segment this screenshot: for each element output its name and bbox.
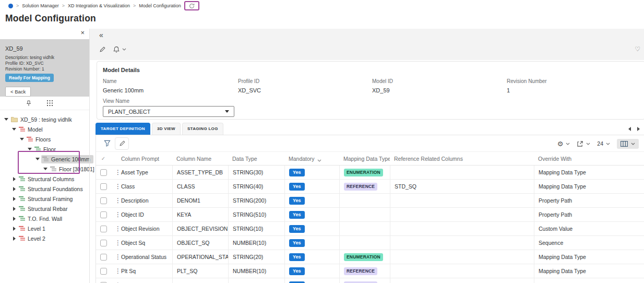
tree-item[interactable]: Floor [301801] (0, 164, 89, 174)
breadcrumb-item[interactable]: Model Configuration (139, 3, 181, 8)
chevron-right-icon[interactable] (10, 227, 18, 231)
tree-item[interactable]: T.O. Fnd. Wall (0, 214, 89, 223)
header-override-with[interactable]: Override With (534, 152, 644, 165)
chevron-right-icon[interactable] (10, 237, 18, 241)
checkbox[interactable] (100, 183, 107, 190)
filter-icon[interactable] (104, 140, 111, 147)
row-checkbox-cell (96, 236, 111, 250)
tree-item[interactable]: Structural Framing (0, 194, 89, 204)
chevron-down-icon[interactable] (18, 138, 26, 140)
export-menu[interactable] (577, 140, 590, 147)
tree-item[interactable]: Floors (0, 134, 89, 144)
chevron-down-icon[interactable] (42, 168, 49, 170)
scroll-right-icon[interactable] (637, 127, 640, 131)
tab-3d-view[interactable]: 3D VIEW (152, 123, 181, 135)
cell-column-prompt: Class (120, 180, 172, 193)
cell-column-name: PLT_SQ (172, 264, 228, 278)
checkbox[interactable] (100, 240, 107, 246)
overflow-menu-icon[interactable]: ⋮ (115, 169, 120, 175)
chevron-down-icon[interactable] (10, 128, 18, 131)
overflow-menu-icon[interactable]: ⋮ (115, 183, 120, 190)
checkbox[interactable] (100, 226, 107, 232)
row-checkbox-cell (96, 278, 111, 283)
tab-target-definition[interactable]: TARGET DEFINITION (96, 123, 150, 135)
tree-item[interactable]: Structural Rebar (0, 204, 89, 214)
info-line-value: XD_SVC (25, 61, 43, 66)
select-all-checkbox[interactable]: ✓ (96, 152, 111, 165)
refresh-icon[interactable] (189, 3, 195, 9)
close-icon[interactable]: × (80, 29, 85, 36)
header-mandatory[interactable]: Mandatory (284, 152, 339, 165)
view-name-select[interactable]: PLANT_OBJECT (103, 106, 234, 117)
cell-mandatory: Yes (284, 250, 339, 264)
overflow-menu-icon[interactable]: ⋮ (115, 268, 120, 274)
chevron-right-icon[interactable] (10, 177, 18, 181)
view-mode-button[interactable] (617, 139, 639, 149)
overflow-menu-icon[interactable]: ⋮ (115, 197, 120, 204)
layers-icon (19, 226, 25, 231)
collapse-panel-icon[interactable]: « (99, 31, 103, 39)
edit-icon[interactable] (99, 46, 105, 53)
chevron-down-icon[interactable] (26, 148, 33, 150)
header-column-prompt[interactable]: Column Prompt (120, 152, 172, 165)
tree-item[interactable]: Level 1 (0, 223, 89, 233)
breadcrumb-item[interactable]: XD Integration & Visualization (68, 3, 130, 8)
header-spacer-cell (111, 152, 120, 165)
tree-item[interactable]: Floor (0, 144, 89, 154)
checkbox[interactable] (100, 211, 107, 218)
tree-item-label: Level 2 (28, 235, 45, 242)
cell-column-name: DENOM1 (172, 194, 228, 207)
chevron-right-icon[interactable] (10, 197, 18, 201)
apps-grid-icon[interactable] (47, 100, 53, 106)
tree-item[interactable]: Level 2 (0, 233, 89, 243)
main-toolbar-band: « ♡ (90, 29, 644, 60)
header-label: Override With (538, 156, 571, 162)
info-line-value: 1 (41, 66, 44, 72)
cell-reference-related-columns (390, 264, 534, 278)
edit-columns-button[interactable] (115, 137, 129, 150)
sort-chevron-icon[interactable] (317, 159, 321, 162)
header-column-name[interactable]: Column Name (172, 152, 228, 165)
page-size-value: 24 (597, 140, 603, 147)
header-mapping-data-type[interactable]: Mapping Data Type (339, 152, 390, 165)
checkbox[interactable] (100, 268, 107, 275)
tab-staging-log[interactable]: STAGING LOG (182, 123, 223, 135)
tree-item[interactable]: Structural Columns (0, 174, 89, 184)
pin-icon[interactable] (26, 100, 31, 107)
checkbox[interactable] (100, 254, 107, 261)
tree-item[interactable]: Model (0, 124, 89, 134)
overflow-menu-icon[interactable]: ⋮ (115, 254, 120, 260)
breadcrumb-item[interactable]: Solution Manager (22, 3, 59, 8)
mandatory-badge: Yes (289, 253, 305, 261)
header-reference-related-columns[interactable]: Reference Related Columns (390, 152, 534, 165)
chevron-right-icon[interactable] (10, 217, 18, 221)
tab-scroll-arrows (628, 127, 640, 131)
overflow-menu-icon[interactable]: ⋮ (115, 226, 120, 232)
overflow-menu-icon[interactable]: ⋮ (115, 211, 120, 218)
scroll-left-icon[interactable] (628, 127, 631, 131)
overflow-menu-icon[interactable]: ⋮ (115, 240, 120, 246)
checkbox[interactable] (100, 169, 107, 176)
chevron-right-icon[interactable] (10, 187, 18, 191)
back-button[interactable]: < Back (5, 87, 31, 97)
checkbox[interactable] (100, 197, 107, 204)
chevron-down-icon[interactable] (3, 118, 10, 121)
chevron-down-icon[interactable] (34, 158, 41, 160)
breadcrumb-separator: > (62, 3, 65, 8)
layers-icon (19, 186, 25, 192)
tree-item[interactable]: Generic 100mm (0, 154, 89, 164)
cell-mandatory: Yes (284, 278, 339, 283)
favorite-heart-icon[interactable]: ♡ (635, 45, 640, 53)
cell-data-type: STRING(200) (228, 194, 284, 207)
detail-field: NameGeneric 100mm (103, 78, 238, 93)
tree-item[interactable]: XD_59 : tesing vidhlk (0, 114, 89, 124)
notifications-menu[interactable] (113, 46, 126, 53)
page-size-menu[interactable]: 24 (597, 140, 610, 147)
settings-menu[interactable]: ⚙ (557, 140, 570, 147)
field-label: Model ID (372, 78, 507, 84)
header-data-type[interactable]: Data Type (228, 152, 284, 165)
logo-dot-icon[interactable] (8, 4, 13, 8)
tree-item-label: Model (28, 126, 43, 133)
chevron-right-icon[interactable] (10, 207, 18, 211)
tree-item[interactable]: Structural Foundations (0, 184, 89, 194)
